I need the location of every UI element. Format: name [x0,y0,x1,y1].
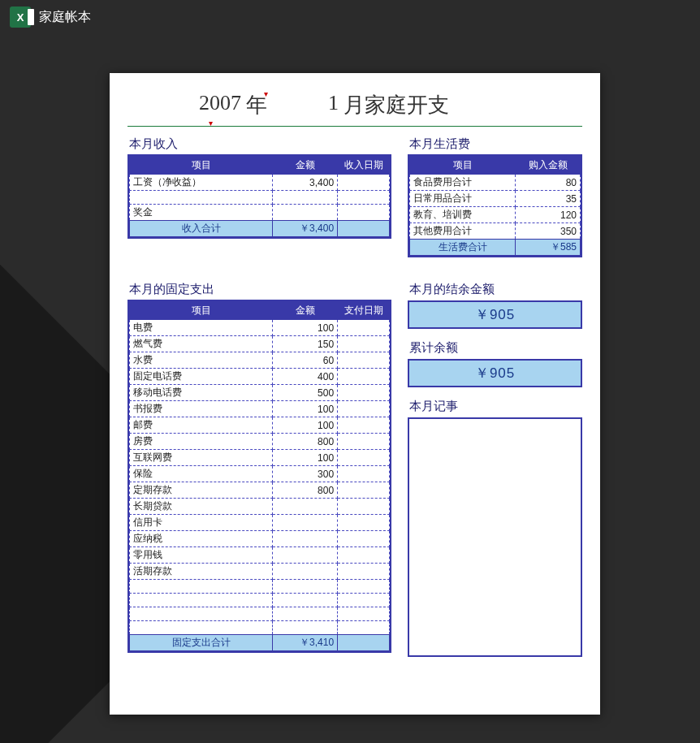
table-row[interactable]: 食品费用合计80 [410,175,581,191]
comment-marker-icon: ▾ [209,119,213,127]
title-year: 2007 [127,91,241,119]
fixed-header-item: 项目 [130,302,273,320]
life-header-item: 项目 [410,157,516,175]
notes-area[interactable] [408,417,582,657]
income-section-title: 本月收入 [127,135,391,154]
page-title: ▾ ▾ 2007 年 1 月家庭开支 [127,88,582,127]
table-row[interactable]: 应纳税 [130,531,390,547]
life-table: 项目 购入金额 食品费用合计80 日常用品合计35 教育、培训费120 其他费用… [408,154,582,257]
life-section-title: 本月生活费 [408,135,582,154]
table-row[interactable]: 定期存款800 [130,482,390,499]
title-month: 1 [274,91,339,119]
table-row[interactable]: 邮费100 [130,417,390,434]
notes-label: 本月记事 [409,399,582,414]
table-row[interactable]: 保险300 [130,466,390,482]
table-row[interactable] [130,191,390,205]
table-row[interactable]: 书报费100 [130,401,390,417]
cumulative-balance-label: 累计余额 [409,340,582,356]
table-row[interactable]: 其他费用合计350 [410,223,581,240]
income-table: 项目 金额 收入日期 工资（净收益）3,400 奖金 收入合计￥3,400 [127,154,391,239]
table-row[interactable]: 工资（净收益）3,400 [130,175,390,191]
life-header-amount: 购入金额 [516,157,581,175]
table-row[interactable] [130,594,390,607]
fixed-header-date: 支付日期 [338,302,390,320]
table-row[interactable] [130,580,390,594]
cumulative-balance-value: ￥905 [408,359,582,387]
table-row[interactable]: 燃气费150 [130,336,390,352]
table-row[interactable] [130,621,390,635]
title-year-label: 年 [241,91,274,119]
fixed-header-amount: 金额 [273,302,338,320]
table-row[interactable]: 信用卡 [130,515,390,531]
table-row[interactable]: 固定电话费400 [130,369,390,385]
table-row[interactable]: 电费100 [130,320,390,336]
table-row[interactable]: 零用钱 [130,547,390,564]
table-row[interactable]: 日常用品合计35 [410,191,581,207]
life-total-row: 生活费合计￥585 [410,240,581,256]
table-row[interactable]: 水费60 [130,352,390,369]
month-balance-label: 本月的结余金额 [409,282,582,297]
table-row[interactable] [130,607,390,621]
table-row[interactable]: 长期贷款 [130,499,390,515]
table-row[interactable]: 房费800 [130,434,390,450]
spreadsheet-page: ▾ ▾ 2007 年 1 月家庭开支 本月收入 项目 金额 收入日期 工资（净收… [110,73,600,715]
comment-marker-icon: ▾ [264,89,268,98]
income-total-row: 收入合计￥3,400 [130,221,390,237]
window-title: 家庭帐本 [39,9,91,26]
table-row[interactable]: 奖金 [130,205,390,221]
month-balance-value: ￥905 [408,300,582,329]
title-rest: 月家庭开支 [339,91,449,119]
fixed-section-title: 本月的固定支出 [127,280,391,300]
income-header-amount: 金额 [273,157,338,175]
window-titlebar: X 家庭帐本 [10,6,91,28]
table-row[interactable]: 活期存款 [130,564,390,580]
table-row[interactable]: 移动电话费500 [130,385,390,401]
excel-icon: X [10,6,31,28]
fixed-total-row: 固定支出合计￥3,410 [130,635,390,651]
table-row[interactable]: 互联网费100 [130,450,390,466]
income-header-item: 项目 [130,157,273,175]
table-row[interactable]: 教育、培训费120 [410,207,581,223]
fixed-table: 项目 金额 支付日期 电费100 燃气费150 水费60 固定电话费400 移动… [127,300,391,653]
income-header-date: 收入日期 [338,157,390,175]
